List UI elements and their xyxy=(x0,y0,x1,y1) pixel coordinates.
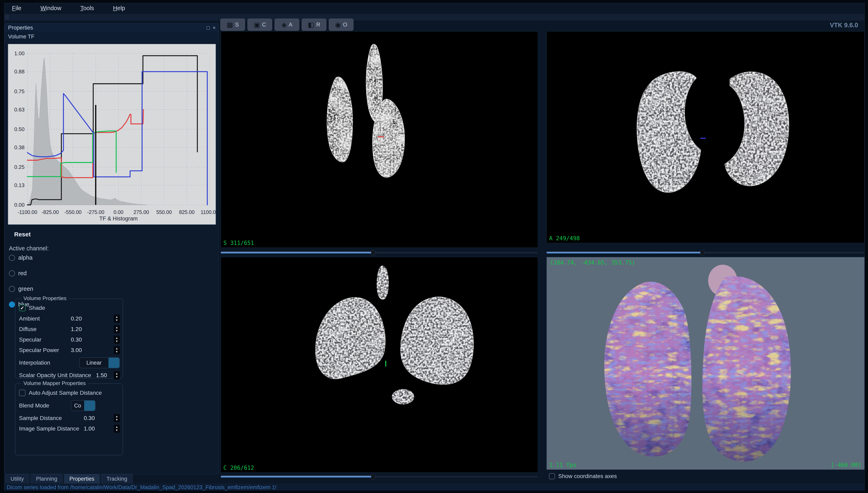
radio-label: alpha xyxy=(18,254,33,261)
shade-checkbox-row[interactable]: ✓ Shade xyxy=(19,302,120,314)
viewport-sagittal[interactable]: S 311/651 xyxy=(221,31,538,248)
toolbar-button-r[interactable]: ◧R xyxy=(302,19,326,31)
toolbar-button-letter: O xyxy=(343,22,347,28)
specular-value[interactable]: 0.30 xyxy=(71,337,82,343)
svg-text:0.13: 0.13 xyxy=(14,182,25,188)
show-axes-row[interactable]: ✓ Show coordinates axes xyxy=(549,472,617,481)
diffuse-value[interactable]: 1.20 xyxy=(71,326,82,333)
radio-dot[interactable] xyxy=(9,270,15,276)
coronal-slice-image[interactable] xyxy=(221,257,538,472)
show-axes-label: Show coordinates axes xyxy=(558,473,617,479)
reset-button[interactable]: Reset xyxy=(14,231,31,238)
menu-tools[interactable]: Tools xyxy=(80,5,94,12)
tab-tracking[interactable]: Tracking xyxy=(101,474,133,484)
menu-bar: FileWindowToolsHelp xyxy=(4,3,868,13)
layout-grid-icon: ▦ xyxy=(227,21,233,29)
viewport-axial[interactable]: A 249/498 xyxy=(546,31,865,243)
auto-adjust-checkbox-row[interactable]: ✓ Auto Adjust Sample Distance xyxy=(19,387,120,399)
specular-power-spinner[interactable]: ▴▾ xyxy=(114,346,120,354)
channel-radio-green[interactable]: green xyxy=(9,285,33,292)
tab-properties[interactable]: Properties xyxy=(64,474,100,484)
toolbar-button-s[interactable]: ▦S xyxy=(220,19,245,31)
svg-text:1.00: 1.00 xyxy=(14,50,25,57)
svg-text:0.38: 0.38 xyxy=(14,144,25,150)
svg-text:550.00: 550.00 xyxy=(156,209,172,215)
shade-label: Shade xyxy=(29,305,45,311)
specular-row: Specular 0.30 ▴▾ xyxy=(19,335,120,345)
radio-dot[interactable] xyxy=(9,301,15,307)
channel-radio-red[interactable]: red xyxy=(9,270,33,277)
dock-title: Properties xyxy=(5,25,33,31)
toolbar-button-letter: A xyxy=(289,22,292,28)
dock-float-icon[interactable]: □ xyxy=(207,25,210,31)
specular-power-value[interactable]: 3.00 xyxy=(71,347,82,353)
volume-tf-section-header[interactable]: Volume TF xyxy=(5,32,219,41)
volume-mapper-properties-title: Volume Mapper Properties xyxy=(21,380,88,386)
tf-histogram-svg[interactable]: 0.000.130.250.380.500.630.750.881.00-110… xyxy=(8,44,216,224)
slice-slider-coronal[interactable] xyxy=(221,474,538,479)
tab-planning[interactable]: Planning xyxy=(30,474,63,484)
properties-dock: Properties □ × Volume TF 0.000.130.250.3… xyxy=(5,23,219,474)
blend-mode-label: Blend Mode xyxy=(19,402,71,409)
axial-slice-image[interactable] xyxy=(547,31,864,243)
radio-dot[interactable] xyxy=(9,255,15,261)
dock-close-icon[interactable]: × xyxy=(213,25,216,31)
menu-help[interactable]: Help xyxy=(113,5,125,12)
sample-distance-spinner[interactable]: ▴▾ xyxy=(114,414,120,422)
toolbar-grip-icon[interactable] xyxy=(6,15,8,19)
specular-spinner[interactable]: ▴▾ xyxy=(114,336,120,344)
scalar-opacity-spinner[interactable]: ▴▾ xyxy=(114,371,120,379)
sample-distance-value[interactable]: 0.30 xyxy=(84,415,95,422)
scalar-opacity-row: Scalar Opacity Unit Distance 1.50 ▴▾ xyxy=(19,370,120,381)
viewport-volume3d[interactable]: (184.74, -434.65, 353.75) 1.11 fps [-466… xyxy=(546,257,865,470)
svg-text:0.63: 0.63 xyxy=(14,106,25,112)
bottom-tab-bar: UtilityPlanningPropertiesTracking xyxy=(5,474,133,484)
show-axes-checkbox[interactable]: ✓ xyxy=(549,473,555,479)
svg-text:0.25: 0.25 xyxy=(14,164,25,170)
menu-window[interactable]: Window xyxy=(40,5,61,12)
interpolation-combobox[interactable]: Linear xyxy=(79,357,120,368)
tab-utility[interactable]: Utility xyxy=(5,474,29,484)
svg-text:0.00: 0.00 xyxy=(14,202,25,208)
volume-tf-title: Volume TF xyxy=(5,34,35,40)
tf-histogram-chart[interactable]: 0.000.130.250.380.500.630.750.881.00-110… xyxy=(8,44,216,225)
channel-radio-alpha[interactable]: alpha xyxy=(9,254,33,261)
svg-text:0.75: 0.75 xyxy=(14,88,25,94)
camera-icon: ▣ xyxy=(253,21,260,29)
auto-adjust-checkbox[interactable]: ✓ xyxy=(19,390,25,396)
svg-text:-1100.00: -1100.00 xyxy=(18,209,37,215)
radio-label: green xyxy=(18,285,33,292)
svg-text:-825.00: -825.00 xyxy=(41,209,59,215)
viewport-coronal[interactable]: C 206/612 xyxy=(221,257,538,473)
combo-dropdown-icon xyxy=(108,358,119,368)
eye-icon: ◉ xyxy=(335,21,341,29)
slider-handle[interactable] xyxy=(700,250,704,255)
menu-file[interactable]: File xyxy=(12,5,21,12)
ambient-spinner[interactable]: ▴▾ xyxy=(114,315,120,323)
scalar-opacity-label: Scalar Opacity Unit Distance xyxy=(19,372,91,379)
image-sample-distance-spinner[interactable]: ▴▾ xyxy=(114,425,120,433)
auto-adjust-label: Auto Adjust Sample Distance xyxy=(29,390,102,396)
sagittal-slice-image[interactable] xyxy=(221,31,538,248)
shade-checkbox[interactable]: ✓ xyxy=(19,305,25,311)
slider-handle[interactable] xyxy=(371,250,375,255)
volume-3d-rendering[interactable] xyxy=(547,257,864,470)
ambient-value[interactable]: 0.20 xyxy=(71,316,82,322)
toolbar-button-o[interactable]: ◉O xyxy=(329,19,353,31)
crosshair-coronal xyxy=(385,361,386,366)
slice-slider-axial[interactable] xyxy=(546,250,864,255)
volume-properties-group: Volume Properties ✓ Shade Ambient 0.20 ▴… xyxy=(15,298,123,379)
toolbar-button-letter: C xyxy=(262,22,266,28)
radio-dot[interactable] xyxy=(9,286,15,292)
toolbar-button-a[interactable]: ◈A xyxy=(274,19,299,31)
slider-handle[interactable] xyxy=(371,474,375,479)
slice-slider-sagittal[interactable] xyxy=(221,250,538,255)
image-sample-distance-value[interactable]: 1.00 xyxy=(84,426,95,432)
volume-mapper-properties-group: Volume Mapper Properties ✓ Auto Adjust S… xyxy=(15,383,123,455)
diffuse-spinner[interactable]: ▴▾ xyxy=(114,325,120,333)
blend-mode-row: Blend Mode Co xyxy=(19,399,120,413)
blend-mode-combobox[interactable]: Co xyxy=(71,400,96,411)
scalar-opacity-value[interactable]: 1.50 xyxy=(96,372,107,379)
toolbar-button-c[interactable]: ▣C xyxy=(247,19,272,31)
vtk-version-label: VTK 9.6.0 xyxy=(830,22,858,29)
